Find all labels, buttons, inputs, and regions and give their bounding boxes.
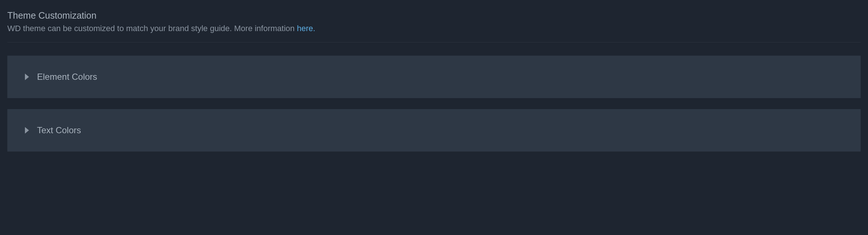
divider xyxy=(7,42,861,42)
panel-description: WD theme can be customized to match your… xyxy=(7,24,861,33)
theme-customization-panel: Theme Customization WD theme can be cust… xyxy=(0,0,868,170)
more-info-link[interactable]: here. xyxy=(297,24,315,33)
panel-title: Theme Customization xyxy=(7,10,861,21)
chevron-right-icon xyxy=(25,127,29,134)
description-text: WD theme can be customized to match your… xyxy=(7,24,297,33)
accordion-text-colors[interactable]: Text Colors xyxy=(7,109,861,152)
chevron-right-icon xyxy=(25,74,29,80)
accordion-label: Text Colors xyxy=(37,125,81,135)
accordion-element-colors[interactable]: Element Colors xyxy=(7,56,861,98)
accordion-label: Element Colors xyxy=(37,72,97,82)
